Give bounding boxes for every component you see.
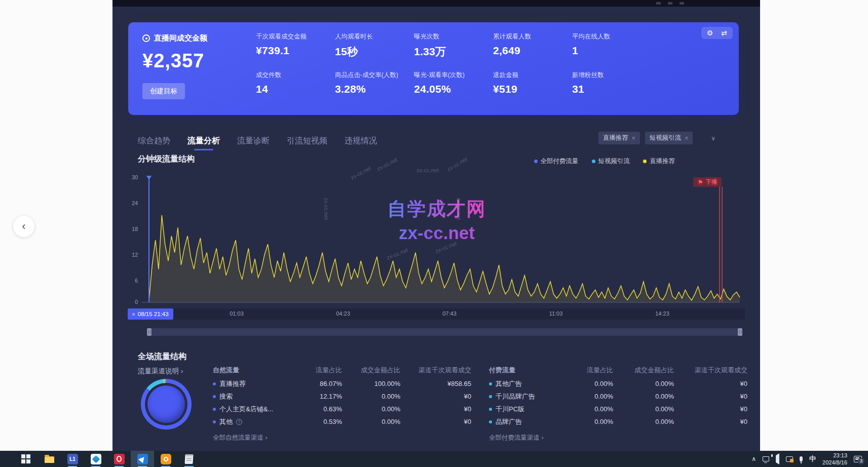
x-axis-tick: 07:43 bbox=[434, 310, 465, 317]
table-row[interactable]: 个人主页&店铺&... 0.63% 0.00% ¥0 bbox=[213, 403, 471, 415]
taskbar-clock[interactable]: 23:13 2024/8/16 bbox=[822, 452, 847, 466]
y-axis-tick: 12 bbox=[128, 252, 138, 258]
traffic-donut-chart[interactable] bbox=[141, 379, 192, 430]
screen: ‹ 直播间成交金额 ¥2,357 创建目标 千次观看成交金额¥739.1 人均观… bbox=[0, 0, 868, 467]
minute-traffic-chart[interactable]: 30 24 18 12 6 0 ⚑ 下播 ≡ 08/15 21:43 01:03… bbox=[128, 175, 745, 321]
watermark-small: zx-cc.net bbox=[376, 156, 398, 172]
legend-live-recommend[interactable]: 直播推荐 bbox=[643, 157, 675, 166]
metric-cell: 千次观看成交金额¥739.1 bbox=[256, 32, 335, 59]
series-dot bbox=[489, 382, 492, 385]
taskbar-app-l1[interactable]: L1 bbox=[61, 451, 84, 467]
tab-traffic-analysis[interactable]: 流量分析 bbox=[187, 136, 220, 153]
metric-cell: 新增粉丝数31 bbox=[572, 71, 651, 95]
metric-cell: 成交件数14 bbox=[256, 71, 335, 95]
table-row[interactable]: 直播推荐 86.07% 100.00% ¥858.65 bbox=[213, 377, 471, 390]
x-axis-tick: 04:23 bbox=[328, 310, 358, 317]
ime-indicator[interactable]: 中 bbox=[809, 454, 816, 463]
notification-center-icon[interactable]: 3 bbox=[854, 456, 862, 462]
chart-range-slider[interactable] bbox=[147, 328, 742, 336]
tab-short-video[interactable]: 引流短视频 bbox=[287, 136, 327, 153]
remove-tag-icon[interactable]: × bbox=[632, 135, 635, 142]
start-button[interactable] bbox=[14, 451, 37, 467]
swap-view-icon[interactable]: ⇄ bbox=[721, 29, 727, 37]
table-row[interactable]: 千川PC版 0.00% 0.00% ¥0 bbox=[489, 403, 747, 415]
screenshot-tool-icon[interactable] bbox=[786, 456, 793, 462]
tab-overall-trend[interactable]: 综合趋势 bbox=[138, 136, 170, 153]
filter-tag-live-recommend[interactable]: 直播推荐 × bbox=[598, 132, 640, 144]
table-row[interactable]: 其他? 0.53% 0.00% ¥0 bbox=[213, 415, 471, 428]
microphone-icon[interactable] bbox=[800, 456, 803, 461]
legend-dot bbox=[534, 160, 538, 163]
viewer-back-button[interactable]: ‹ bbox=[13, 216, 34, 237]
opera-browser-icon bbox=[114, 454, 125, 464]
clock-date: 2024/8/16 bbox=[822, 459, 847, 466]
windows-taskbar: L1 ∧ 中 23:13 2024/8/16 3 bbox=[0, 451, 868, 467]
session-traffic-title: 全场流量结构 bbox=[138, 352, 186, 362]
kpi-card-title: 直播间成交金额 bbox=[154, 33, 207, 43]
table-row[interactable]: 其他广告 0.00% 0.00% ¥0 bbox=[489, 377, 747, 390]
y-axis-tick: 0 bbox=[128, 299, 138, 305]
taskbar-app-opera[interactable] bbox=[107, 451, 131, 467]
table-header: 付费流量 流量占比 成交金额占比 渠道千次观看成交 bbox=[489, 363, 747, 377]
legend-dot bbox=[643, 160, 647, 163]
remove-tag-icon[interactable]: × bbox=[685, 135, 688, 142]
minute-traffic-title: 分钟级流量结构 bbox=[138, 154, 195, 165]
natural-traffic-table: 自然流量 流量占比 成交金额占比 渠道千次观看成交 直播推荐 86.07% 10… bbox=[213, 363, 471, 428]
file-explorer-button[interactable] bbox=[37, 451, 61, 467]
y-axis-tick: 18 bbox=[128, 226, 138, 232]
info-icon[interactable]: ? bbox=[236, 419, 242, 425]
analysis-tabs: 综合趋势 流量分析 流量诊断 引流短视频 违规情况 bbox=[138, 136, 377, 153]
taskbar-app-teal[interactable] bbox=[84, 451, 107, 467]
target-icon bbox=[142, 34, 150, 42]
all-paid-channels-link[interactable]: 全部付费流量渠道 › bbox=[489, 434, 544, 442]
y-axis-tick: 30 bbox=[128, 174, 138, 180]
series-dot bbox=[213, 408, 216, 411]
slider-handle-left[interactable] bbox=[147, 328, 152, 336]
traffic-filter-tags: 直播推荐 × 短视频引流 × ∨ bbox=[598, 132, 715, 144]
app-window: 直播间成交金额 ¥2,357 创建目标 千次观看成交金额¥739.1 人均观看时… bbox=[112, 0, 760, 451]
all-natural-channels-link[interactable]: 全部自然流量渠道 › bbox=[213, 434, 268, 442]
x-axis-tick: 11:03 bbox=[541, 310, 571, 317]
traffic-line-chart-svg bbox=[139, 175, 744, 305]
metric-cell: 累计观看人数2,649 bbox=[493, 32, 572, 59]
series-dot bbox=[489, 395, 492, 398]
chevron-down-icon[interactable]: ∨ bbox=[711, 135, 715, 142]
start-time-badge[interactable]: ≡ 08/15 21:43 bbox=[128, 308, 173, 320]
paid-traffic-table: 付费流量 流量占比 成交金额占比 渠道千次观看成交 其他广告 0.00% 0.0… bbox=[489, 363, 747, 428]
network-icon[interactable] bbox=[763, 456, 769, 461]
x-axis-tick: 01:03 bbox=[221, 310, 252, 317]
series-dot bbox=[489, 420, 492, 423]
taskbar-apps: L1 bbox=[14, 451, 201, 467]
legend-paid-traffic[interactable]: 全部付费流量 bbox=[534, 157, 579, 166]
x-axis-tick: 14:23 bbox=[647, 310, 677, 317]
tab-traffic-diagnosis[interactable]: 流量诊断 bbox=[237, 136, 270, 153]
filter-tag-short-video[interactable]: 短视频引流 × bbox=[645, 132, 693, 144]
slider-handle-right[interactable] bbox=[738, 328, 742, 336]
taskbar-app-notepad[interactable] bbox=[177, 451, 201, 467]
table-row[interactable]: 搜索 12.17% 0.00% ¥0 bbox=[213, 390, 471, 403]
system-tray: ∧ 中 23:13 2024/8/16 3 bbox=[751, 452, 868, 466]
speaker-icon[interactable] bbox=[776, 455, 779, 462]
series-dot bbox=[213, 420, 216, 423]
taskbar-app-active[interactable] bbox=[131, 451, 154, 467]
stream-end-marker-badge: ⚑ 下播 bbox=[693, 177, 722, 187]
tab-violations[interactable]: 违规情况 bbox=[345, 136, 377, 153]
series-dot bbox=[213, 382, 216, 385]
series-dot bbox=[489, 408, 492, 411]
watermark-small: zx-cc.net bbox=[446, 156, 468, 172]
settings-gear-icon[interactable]: ⚙ bbox=[707, 29, 713, 37]
metric-cell: 曝光次数1.33万 bbox=[414, 32, 493, 59]
taskbar-app-orange[interactable] bbox=[154, 451, 177, 467]
titlebar-controls[interactable] bbox=[656, 2, 684, 5]
menu-icon: ≡ bbox=[132, 312, 135, 317]
table-row[interactable]: 品牌广告 0.00% 0.00% ¥0 bbox=[489, 415, 747, 428]
metric-cell: 曝光-观看率(次数)24.05% bbox=[414, 71, 493, 95]
channel-explain-link[interactable]: 流量渠道说明 › bbox=[138, 367, 183, 376]
kpi-card-actions: ⚙ ⇄ bbox=[701, 27, 733, 39]
clock-time: 23:13 bbox=[822, 452, 847, 459]
l1-app-icon: L1 bbox=[67, 454, 78, 464]
tray-chevron-up-icon[interactable]: ∧ bbox=[751, 455, 756, 462]
create-goal-button[interactable]: 创建目标 bbox=[142, 83, 185, 99]
legend-short-video[interactable]: 短视频引流 bbox=[592, 157, 630, 166]
table-row[interactable]: 千川品牌广告 0.00% 0.00% ¥0 bbox=[489, 390, 747, 403]
